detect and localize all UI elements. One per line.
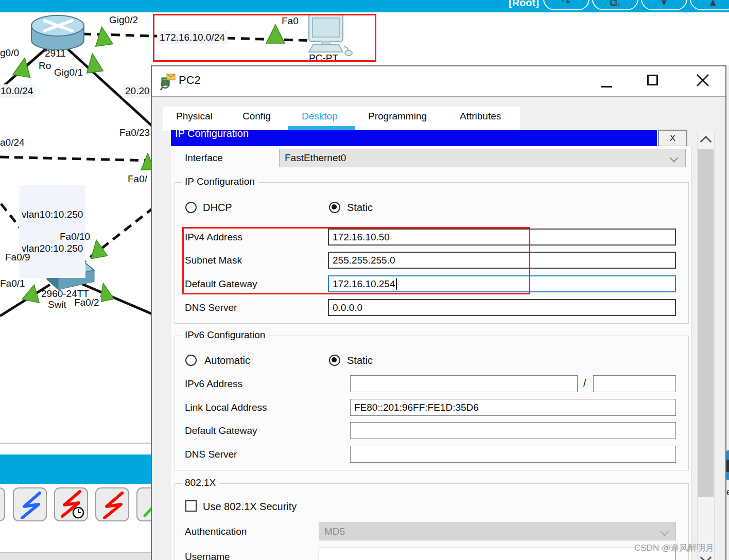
dot1x-security-checkbox-label: Use 802.1X Security [203,501,297,513]
ipv6-prefix-input[interactable] [593,375,676,392]
tab-desktop[interactable]: Desktop [302,111,338,122]
window-titlebar[interactable]: PC2 [152,66,725,97]
port-label-fa0-10: Fa0/10 [60,231,90,242]
port-label-gig0-2: Gig0/2 [109,14,138,26]
device-label-router-model: 2911 [45,48,66,59]
port-label-fa0-2: Fa0/2 [73,297,101,308]
applet-close-button[interactable]: X [658,130,687,147]
pc-dialog-icon [160,73,177,91]
vlan10-label: vlan10:10.250 [22,209,83,220]
tab-programming[interactable]: Programming [368,111,427,122]
dhcp-radio[interactable] [185,202,197,213]
applet-titlebar[interactable]: IP Configuration [171,130,657,146]
ipv4-group-legend: IP Configuration [182,176,258,187]
interface-dropdown[interactable]: FastEthernet0 [279,149,686,167]
ipv4-static-radio-label: Static [347,202,373,214]
interface-value: FastEthernet0 [285,152,346,164]
dhcp-radio-label: DHCP [203,202,232,214]
net-label-right-subnet: 20.20 [123,84,152,98]
chevron-down-icon [661,528,669,536]
connection-button-cut[interactable] [0,487,5,521]
ipv6-prefix-separator: / [583,377,586,389]
ipv6-dns-label: DNS Server [185,446,237,463]
scrollbar-thumb[interactable] [698,149,714,497]
annotation-rect-ip-fields [182,227,530,294]
watermark: CSDN @邀风醉明月 [634,542,714,554]
ipv6-address-input[interactable] [350,375,578,392]
net-label-left-subnet: 10.0/24 [0,84,36,98]
tab-physical[interactable]: Physical [176,111,213,122]
vlan20-label: vlan20:10.250 [22,243,83,254]
dns-server-label: DNS Server [185,299,237,316]
connection-button-serial-dce[interactable] [54,487,88,521]
dns-server-input[interactable]: 0.0.0.0 [328,299,676,316]
ipv4-static-radio[interactable] [329,202,340,213]
ipv6-group-legend: IPv6 Configuration [182,329,268,341]
red-zigzag-icon [99,490,125,519]
connection-button-console[interactable] [13,487,47,521]
interface-label: Interface [185,149,223,167]
username-label: Username [185,549,230,560]
link-arrow [93,26,113,46]
authentication-dropdown[interactable]: MD5 [319,522,676,540]
port-label-fa0-1: Fa0/1 [0,278,25,289]
connection-button-serial-dte[interactable] [95,487,129,521]
port-label-fa0-9: Fa0/9 [5,252,30,263]
port-label-gig0-1: Gig0/1 [54,67,83,78]
ipv6-dns-input[interactable] [350,446,676,463]
partial-device-icon-detail [726,460,729,472]
ipv6-gateway-label: Default Gateway [185,422,257,439]
username-input[interactable] [319,548,676,560]
dns-server-value: 0.0.0.0 [333,302,362,313]
ipv6-automatic-radio-label: Automatic [204,355,250,366]
link-arrow [22,283,43,303]
partial-background-text: e [726,486,729,498]
ipv6-static-radio[interactable] [329,355,340,366]
ipv6-gateway-input[interactable] [350,422,676,439]
ipv6-automatic-radio[interactable] [185,355,197,366]
blue-zigzag-icon [17,490,43,519]
scroll-up-icon[interactable] [700,136,712,148]
vertical-scrollbar[interactable] [697,131,715,560]
tab-config[interactable]: Config [242,111,271,122]
pc2-window: PC2 Physical Config Desktop Programming … [151,65,726,560]
window-title: PC2 [179,74,201,87]
maximize-button[interactable] [647,75,658,85]
net-label-a0-24: a0/24 [0,137,25,148]
partial-device-icon [726,450,729,480]
annotation-rect-topology [153,14,376,62]
port-label-fa0-partial: Fa0/ [128,173,147,185]
port-label-fa0-23: Fa0/23 [119,127,150,138]
dot1x-security-checkbox[interactable] [185,500,197,512]
minimize-button[interactable] [601,86,612,87]
device-label-router-name: Ro [39,60,51,72]
dot1x-group-legend: 802.1X [182,477,219,488]
red-zigzag-clock-icon [57,489,85,519]
applet-title: IP Configuration [175,130,657,139]
link-local-label: Link Local Address [185,399,267,416]
link-local-value: FE80::201:96FF:FE1D:35D6 [354,402,479,413]
link-arrow [13,56,33,77]
device-label-switch-name: Swit [48,299,66,310]
close-button[interactable] [696,73,710,87]
chevron-down-icon [670,154,679,163]
link-local-input[interactable]: FE80::201:96FF:FE1D:35D6 [350,399,676,416]
ipv6-address-label: IPv6 Address [185,375,242,392]
tab-attributes[interactable]: Attributes [460,111,501,122]
background-right-strip: e [726,65,729,560]
ipv6-static-radio-label: Static [347,355,373,366]
link-horizontal [0,157,150,161]
port-label-g0-0: g0/0 [0,47,19,59]
authentication-label: Authentication [185,522,247,540]
authentication-value: MD5 [324,526,345,537]
link-arrow [84,52,103,73]
router-device-icon[interactable] [31,15,84,50]
